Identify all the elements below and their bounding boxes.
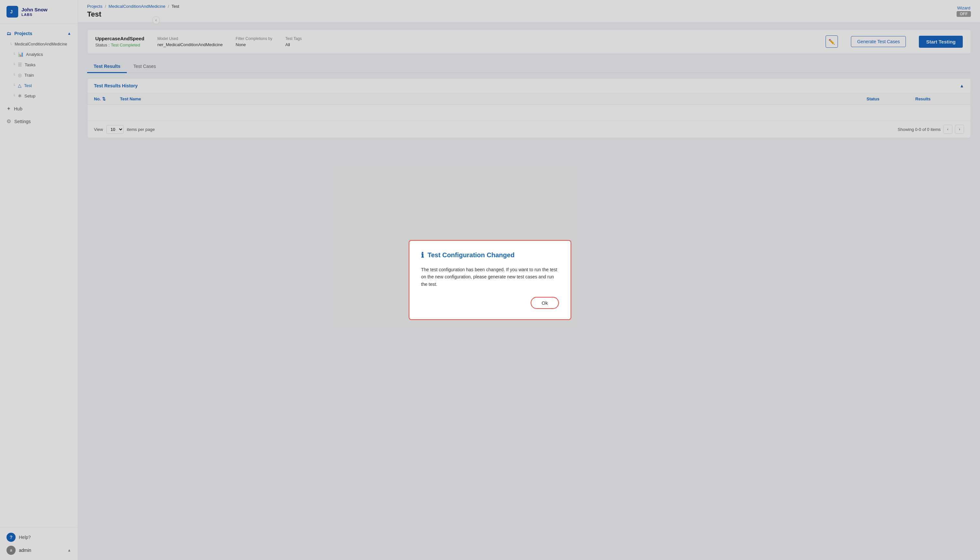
dialog: ℹ Test Configuration Changed The test co… bbox=[409, 240, 571, 320]
dialog-body: The test configuration has been changed.… bbox=[421, 266, 559, 288]
dialog-header: ℹ Test Configuration Changed bbox=[421, 251, 559, 260]
info-icon: ℹ bbox=[421, 251, 424, 260]
dialog-title: Test Configuration Changed bbox=[428, 252, 514, 259]
modal-overlay[interactable]: ℹ Test Configuration Changed The test co… bbox=[0, 0, 980, 560]
ok-button[interactable]: Ok bbox=[531, 297, 559, 309]
dialog-footer: Ok bbox=[421, 297, 559, 309]
